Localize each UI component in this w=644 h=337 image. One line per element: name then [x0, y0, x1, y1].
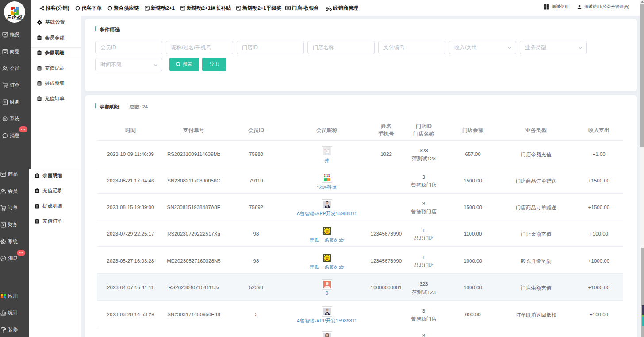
svg-text:E企盈: E企盈: [7, 15, 23, 20]
